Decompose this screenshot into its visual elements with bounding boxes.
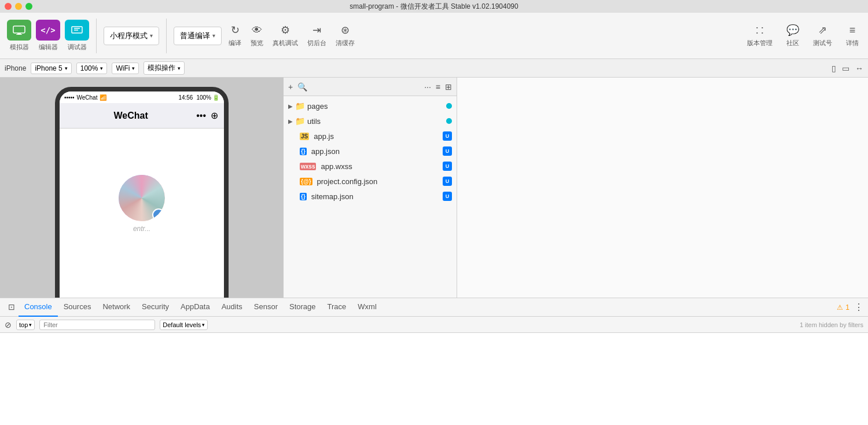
file-badge: U: [443, 146, 452, 156]
window-title: small-program - 微信开发者工具 Stable v1.02.190…: [350, 2, 518, 12]
iphone-label: iPhone: [5, 64, 26, 72]
debugger-button[interactable]: 调试器: [65, 20, 89, 52]
content-area: ••••• WeChat 📶 14:56 100% 🔋 WeChat ••• ⊕: [0, 78, 868, 298]
phone-nav-title: WeChat: [65, 111, 196, 121]
preview-button[interactable]: 👁 预览: [248, 22, 266, 50]
traffic-lights: [5, 3, 32, 10]
tab-debugger-icon[interactable]: ⊡: [5, 298, 19, 317]
filter-input[interactable]: [39, 320, 155, 330]
tab-security[interactable]: Security: [136, 298, 175, 317]
tab-audits[interactable]: Audits: [216, 298, 248, 317]
file-item-sitemap[interactable]: {} sitemap.json U: [284, 189, 457, 204]
phone-nav-bar: WeChat ••• ⊕: [60, 103, 224, 129]
phone-camera-icon[interactable]: ⊕: [211, 110, 218, 121]
fit-screen-icon[interactable]: ↔: [855, 64, 863, 73]
editor-label: 编辑器: [39, 43, 58, 52]
tab-appdata[interactable]: AppData: [175, 298, 216, 317]
real-debug-icon: ⚙: [281, 24, 290, 36]
add-file-icon[interactable]: +: [288, 82, 293, 91]
refresh-button[interactable]: ↻ 编译: [226, 21, 244, 50]
phone-carrier: WeChat: [77, 94, 98, 101]
details-button[interactable]: ≡ 详情: [844, 22, 861, 50]
warning-count: 1: [845, 303, 849, 312]
phone-status-bar: ••••• WeChat 📶 14:56 100% 🔋: [60, 91, 224, 103]
phone-more-icon[interactable]: •••: [196, 111, 206, 121]
file-panel-header: + 🔍 ··· ≡ ⊞: [284, 78, 457, 96]
test-button[interactable]: ⇗ 测试号: [811, 21, 834, 50]
toolbar-right: ⸬ 版本管理 💬 社区 ⇗ 测试号 ≡ 详情: [745, 21, 861, 50]
title-bar: small-program - 微信开发者工具 Stable v1.02.190…: [0, 0, 868, 13]
avatar-badge: ✓: [152, 208, 165, 221]
file-item-appjs[interactable]: JS app.js U: [284, 129, 457, 144]
debugger-icon: [65, 20, 89, 41]
file-badge: U: [443, 177, 452, 186]
svg-rect-1: [17, 33, 21, 34]
file-badge: U: [443, 162, 452, 171]
divider-1: [96, 19, 97, 53]
level-select[interactable]: Default levels ▾: [160, 320, 208, 330]
avatar: ✓: [119, 175, 165, 221]
search-file-icon[interactable]: 🔍: [297, 82, 307, 91]
wxss-file-icon: wxss: [300, 163, 316, 170]
arrow-icon: ▶: [288, 118, 293, 124]
phone-frame: ••••• WeChat 📶 14:56 100% 🔋 WeChat ••• ⊕: [55, 87, 229, 298]
phone-wifi-icon: 📶: [100, 94, 106, 101]
more-tab-options-icon[interactable]: ⋮: [854, 302, 863, 313]
tab-console[interactable]: Console: [19, 298, 58, 317]
version-button[interactable]: ⸬ 版本管理: [745, 22, 775, 50]
tab-trace[interactable]: Trace: [322, 298, 352, 317]
zoom-select[interactable]: 100% ▾: [76, 63, 108, 74]
phone-content: ✓ entr... Hello World: [60, 129, 224, 298]
community-button[interactable]: 💬 社区: [784, 21, 801, 50]
tab-storage[interactable]: Storage: [284, 298, 322, 317]
community-icon: 💬: [786, 24, 799, 36]
tab-network[interactable]: Network: [97, 298, 136, 317]
phone-username: entr...: [133, 225, 150, 233]
device-model-select[interactable]: iPhone 5 ▾: [31, 63, 71, 74]
rotate-landscape-icon[interactable]: ▭: [842, 64, 849, 73]
version-icon: ⸬: [756, 24, 763, 36]
file-item-utils[interactable]: ▶ 📁 utils: [284, 113, 457, 129]
layout-icon[interactable]: ⊞: [445, 82, 452, 91]
file-item-appjson[interactable]: {} app.json U: [284, 144, 457, 159]
rotate-portrait-icon[interactable]: ▯: [832, 64, 836, 73]
simulator-icon: [7, 20, 31, 41]
maximize-button[interactable]: [25, 3, 32, 10]
file-item-appwxss[interactable]: wxss app.wxss U: [284, 159, 457, 174]
details-icon: ≡: [849, 24, 856, 36]
warning-badge: ⚠ 1: [837, 303, 849, 312]
minimize-button[interactable]: [15, 3, 22, 10]
editor-icon: </>: [36, 20, 60, 41]
top-select[interactable]: top ▾: [16, 320, 35, 330]
file-tree: ▶ 📁 pages ▶ 📁 utils JS app.js U {} ap: [284, 96, 457, 206]
real-debug-button[interactable]: ⚙ 真机调试: [270, 21, 300, 50]
arrow-icon: ▶: [288, 103, 293, 109]
tab-wxml[interactable]: Wxml: [352, 298, 382, 317]
close-button[interactable]: [5, 3, 12, 10]
operation-select[interactable]: 模拟操作 ▾: [144, 61, 185, 75]
mode-select[interactable]: 小程序模式 ▾: [104, 27, 159, 45]
simulator-button[interactable]: 模拟器: [7, 20, 31, 52]
file-badge: U: [443, 131, 452, 141]
sort-icon[interactable]: ≡: [436, 82, 440, 91]
clear-cache-button[interactable]: ⊛ 清缓存: [333, 21, 357, 50]
tab-sources[interactable]: Sources: [58, 298, 97, 317]
phone-time: 14:56: [178, 94, 193, 101]
clear-console-icon[interactable]: ⊘: [5, 320, 12, 329]
json-file-icon: {}: [300, 148, 307, 155]
cut-back-icon: ⇥: [312, 24, 321, 36]
file-item-pages[interactable]: ▶ 📁 pages: [284, 98, 457, 113]
config-file-icon: {@}: [300, 178, 312, 185]
toolbar: 模拟器 </> 编辑器 调试器 小程序模式 ▾ 普通编译 ▾ ↻ 编译: [0, 13, 868, 59]
bottom-panel: ⊡ Console Sources Network Security AppDa…: [0, 298, 868, 425]
file-item-projectconfig[interactable]: {@} project.config.json U: [284, 174, 457, 189]
editor-button[interactable]: </> 编辑器: [36, 20, 60, 52]
network-select[interactable]: WiFi ▾: [112, 63, 139, 74]
preview-icon: 👁: [252, 24, 262, 36]
compile-select[interactable]: 普通编译 ▾: [174, 27, 222, 45]
more-options-icon[interactable]: ···: [424, 82, 431, 91]
cut-back-button[interactable]: ⇥ 切后台: [305, 21, 329, 50]
phone-battery-pct: 100%: [196, 94, 211, 101]
tab-sensor[interactable]: Sensor: [248, 298, 284, 317]
warning-icon: ⚠: [837, 303, 843, 312]
